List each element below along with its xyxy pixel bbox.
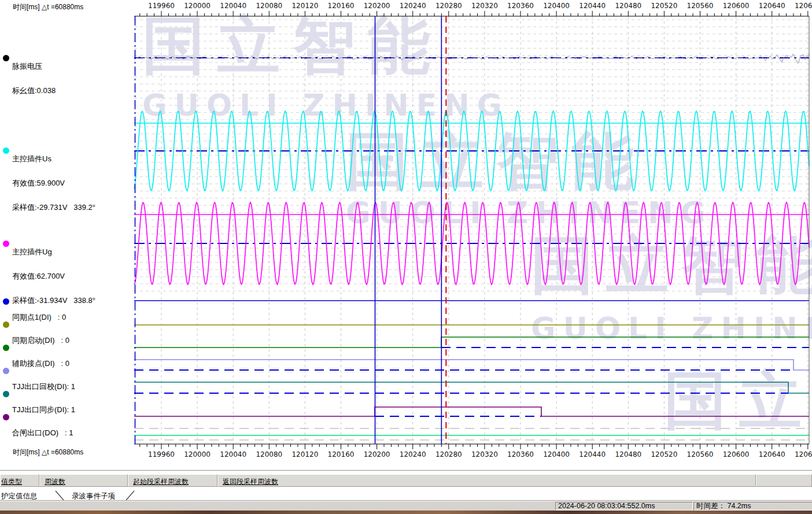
svg-text:国立智能: 国立智能	[664, 364, 812, 437]
channel-name: 合闸出口(DO) : 1	[12, 429, 73, 437]
channel-color-dot	[3, 298, 9, 305]
tab-separator	[0, 490, 139, 501]
time-delta-label-top: 时间[ms] △t =60880ms	[13, 2, 83, 12]
svg-text:120680: 120680	[795, 450, 812, 458]
channel-color-dot	[3, 414, 9, 420]
bottom-table-header: 值类型 周波数 起始段采样周波数 返回段采样周波数	[0, 474, 812, 487]
svg-text:120240: 120240	[400, 450, 426, 458]
svg-text:120640: 120640	[759, 450, 785, 458]
svg-text:国立智能: 国立智能	[142, 9, 443, 82]
column-header-start-sample-cycles[interactable]: 起始段采样周波数	[128, 474, 217, 487]
svg-text:120400: 120400	[543, 2, 570, 10]
channel-label-close-outlet[interactable]: 合闸出口(DO) : 1	[12, 413, 73, 453]
svg-text:120480: 120480	[615, 2, 641, 10]
svg-text:120240: 120240	[400, 2, 426, 10]
channel-color-dot	[3, 55, 9, 61]
svg-text:国立智能: 国立智能	[531, 229, 812, 301]
channel-color-dot	[3, 345, 9, 351]
channel-label-pulse-voltage[interactable]: 脉振电压 标幺值:0.038	[12, 46, 56, 111]
svg-text:120400: 120400	[543, 450, 570, 458]
channel-value: 标幺值:0.038	[12, 87, 56, 95]
svg-text:119960: 119960	[148, 2, 175, 10]
svg-text:120640: 120640	[759, 2, 785, 10]
column-header-cycle-count[interactable]: 周波数	[39, 474, 128, 487]
tab-bar: 护定值信息 录波事件子项	[0, 490, 812, 501]
svg-text:120360: 120360	[507, 2, 534, 10]
svg-text:120280: 120280	[435, 450, 462, 458]
tab-record-events[interactable]: 录波事件子项	[72, 491, 115, 501]
svg-text:120520: 120520	[651, 2, 677, 10]
column-header-filler	[756, 474, 812, 487]
svg-text:120560: 120560	[687, 450, 714, 458]
channel-color-dot	[3, 241, 9, 247]
channel-color-dot	[3, 391, 9, 397]
status-datetime: 2024-06-20 08:03:04:552.0ms	[555, 502, 693, 511]
channel-name: 主控插件Ug	[12, 248, 95, 256]
svg-text:120600: 120600	[723, 450, 750, 458]
svg-text:120520: 120520	[651, 450, 677, 458]
channel-sample: 采样值:-29.731V 339.2°	[12, 204, 95, 212]
column-header-return-sample-cycles[interactable]: 返回段采样周波数	[217, 474, 756, 487]
channel-rms: 有效值:62.700V	[12, 272, 95, 280]
channel-color-dot	[3, 147, 9, 154]
svg-text:120560: 120560	[687, 2, 714, 10]
svg-text:GUOLI ZHINENG: GUOLI ZHINENG	[531, 311, 812, 346]
channel-rms: 有效值:59.900V	[12, 179, 95, 187]
svg-text:120480: 120480	[615, 450, 641, 458]
channel-color-dot	[3, 321, 9, 328]
svg-text:120160: 120160	[328, 2, 355, 10]
svg-text:119960: 119960	[148, 450, 175, 458]
svg-text:120320: 120320	[471, 450, 498, 458]
waveform-viewer-window: 国立智能GUOLI ZHINENG国立智能GUOLI ZHINENG国立智能GU…	[0, 0, 812, 514]
horizontal-divider	[0, 470, 812, 471]
svg-text:120360: 120360	[507, 450, 534, 458]
channel-label-panel: 时间[ms] △t =60880ms 时间[ms] △t =60880ms 脉振…	[0, 0, 134, 469]
channel-color-dot	[3, 368, 9, 374]
svg-text:120160: 120160	[328, 450, 355, 458]
svg-text:GUOLI ZHINENG: GUOLI ZHINENG	[346, 195, 713, 230]
column-header-value-type[interactable]: 值类型	[0, 474, 39, 487]
svg-text:120440: 120440	[579, 450, 606, 458]
svg-text:120040: 120040	[220, 450, 246, 458]
svg-text:120680: 120680	[795, 2, 812, 10]
svg-text:120200: 120200	[364, 2, 390, 10]
status-bar: 2024-06-20 08:03:04:552.0ms 时间差： 74.2ms	[0, 501, 812, 511]
svg-text:120120: 120120	[291, 450, 318, 458]
status-time-diff: 时间差： 74.2ms	[693, 502, 812, 511]
svg-text:120000: 120000	[184, 450, 211, 458]
desktop-background-strip	[0, 511, 812, 514]
svg-text:120280: 120280	[435, 2, 462, 10]
svg-text:120200: 120200	[364, 450, 390, 458]
channel-label-us[interactable]: 主控插件Us 有效值:59.900V 采样值:-29.731V 339.2°	[12, 139, 95, 228]
svg-text:120080: 120080	[256, 2, 282, 10]
svg-text:120040: 120040	[220, 2, 246, 10]
svg-text:120000: 120000	[184, 2, 211, 10]
svg-text:120120: 120120	[291, 2, 318, 10]
svg-text:120600: 120600	[723, 2, 750, 10]
channel-name: 主控插件Us	[12, 155, 95, 163]
svg-text:120080: 120080	[256, 450, 282, 458]
channel-name: 脉振电压	[12, 62, 56, 71]
svg-text:120320: 120320	[471, 2, 498, 10]
svg-text:120440: 120440	[579, 2, 606, 10]
